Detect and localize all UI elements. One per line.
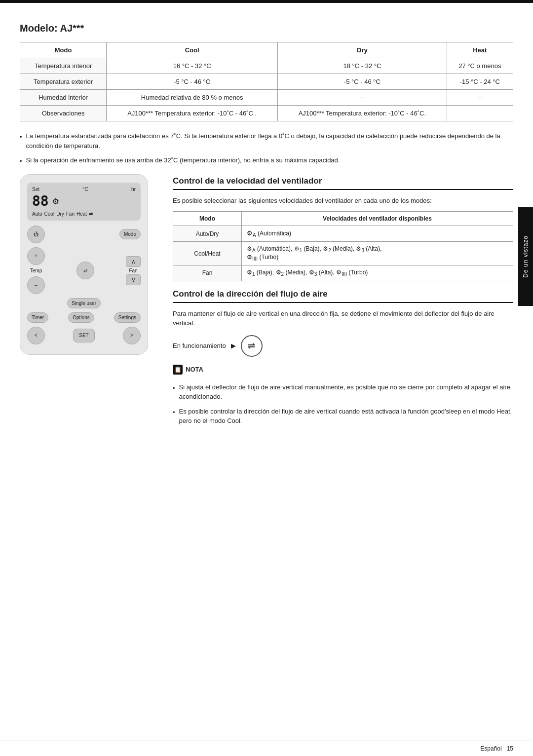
temp-plus-button[interactable]: +: [27, 247, 45, 265]
single-user-row: Single user: [27, 298, 141, 308]
col-header-heat: Heat: [447, 42, 513, 58]
airflow-section-header: Control de la dirección del flujo de air…: [173, 289, 513, 303]
single-user-button[interactable]: Single user: [67, 298, 101, 308]
row-heat: [447, 106, 513, 121]
table-row: Temperatura exterior -5 °C - 46 °C -5 °C…: [20, 74, 513, 90]
options-button[interactable]: Options: [68, 312, 94, 323]
fan-icon-turbo2: ⚙︎: [336, 269, 342, 276]
fan-down-button[interactable]: ∨: [126, 274, 141, 285]
row-label: Humedad interior: [20, 90, 107, 106]
settings-label: Settings: [118, 315, 136, 320]
row-dry: -5 °C - 46 °C: [278, 74, 447, 90]
spec-table: Modo Cool Dry Heat Temperatura interior …: [20, 42, 513, 121]
row-dry: AJ100*** Temperatura exterior: -10˚C - 4…: [278, 106, 447, 121]
row-heat: –: [447, 90, 513, 106]
timer-button[interactable]: Timer: [27, 312, 48, 323]
model-title: Modelo: AJ***: [20, 23, 513, 34]
fan-icon-high2: ⚙︎: [309, 269, 314, 276]
col-header-modo: Modo: [20, 42, 107, 58]
row-dry: –: [278, 90, 447, 106]
swing-icon: ⇌: [83, 268, 87, 273]
bottom-lang: Español: [480, 745, 501, 752]
fan-table-row: Cool/Heat ⚙︎A (Automática), ⚙︎1 (Baja), …: [173, 242, 513, 265]
top-bar: [0, 0, 533, 3]
bottom-bar: Español 15: [0, 741, 533, 756]
col-header-dry: Dry: [278, 42, 447, 58]
remote-control: Set °C hr 88 ⚙︎ Auto Cool Dry Fan: [20, 174, 148, 355]
fan-table-row: Fan ⚙︎1 (Baja), ⚙︎2 (Media), ⚙︎3 (Alta),…: [173, 265, 513, 281]
temp-label: Temp: [30, 268, 42, 273]
row-cool: AJ100*** Temperatura exterior: -10˚C - 4…: [107, 106, 278, 121]
right-sidebar: De un vistazo: [518, 207, 533, 306]
right-nav-button[interactable]: >: [123, 327, 141, 344]
col-header-cool: Cool: [107, 42, 278, 58]
nota-bullet-2: Es posible controlar la dirección del fl…: [179, 407, 513, 426]
row-cool: -5 °C - 46 °C: [107, 74, 278, 90]
fan-icon-high: ⚙︎: [356, 245, 361, 252]
fan-table-row: Auto/Dry ⚙︎A (Automática): [173, 226, 513, 242]
remote-nav-row: < SET >: [27, 327, 141, 344]
fan-mode-cool: Cool/Heat: [173, 242, 242, 265]
swing-symbol: ⇌: [248, 340, 255, 351]
fan-icon-auto: ⚙︎: [247, 229, 253, 237]
remote-dry-label: Dry: [56, 211, 64, 217]
temp-minus-button[interactable]: –: [27, 276, 45, 294]
fan-label-mid: Fan: [129, 268, 137, 273]
bullet-text: La temperatura estandarizada para calefa…: [26, 131, 513, 151]
up-arrow-icon: ∧: [131, 258, 136, 265]
fan-icon-turbo: ⚙︎: [247, 254, 252, 261]
left-nav-button[interactable]: <: [27, 327, 45, 344]
swing-button[interactable]: ⇌: [76, 262, 94, 279]
table-row: Temperatura interior 16 °C - 32 °C 18 °C…: [20, 58, 513, 74]
airflow-intro: Para mantener el flujo de aire vertical …: [173, 309, 513, 328]
fan-col-modo: Modo: [173, 212, 242, 226]
bullet-dot: •: [173, 383, 175, 393]
nota-section: 📋 NOTA • Si ajusta el deflector de flujo…: [173, 365, 513, 426]
bullet-dot: •: [20, 156, 22, 166]
remote-display-top: Set °C hr: [32, 187, 136, 192]
row-dry: 18 °C - 32 °C: [278, 58, 447, 74]
fan-updown-group: ∧ Fan ∨: [126, 256, 141, 285]
single-user-label: Single user: [72, 301, 96, 306]
down-arrow-icon: ∨: [131, 276, 136, 283]
row-label: Observaciones: [20, 106, 107, 121]
fan-icon-auto2: ⚙︎: [247, 245, 252, 252]
settings-button[interactable]: Settings: [114, 312, 141, 323]
swing-button-airflow[interactable]: ⇌: [241, 335, 263, 357]
right-col: Control de la velocidad del ventilador E…: [173, 174, 513, 434]
set-label: SET: [79, 333, 88, 338]
bullet-item: • Si la operación de enfriamiento se usa…: [20, 155, 513, 166]
fan-mode-auto: Auto/Dry: [173, 226, 242, 242]
row-heat: -15 °C - 24 °C: [447, 74, 513, 90]
row-label: Temperatura interior: [20, 58, 107, 74]
remote-row-2: + Temp – ⇌ ∧: [27, 247, 141, 294]
nota-bullet-1: Si ajusta el deflector de flujo de aire …: [179, 382, 513, 402]
mode-label: Mode: [124, 231, 136, 237]
fan-speed-table: Modo Velocidades del ventilador disponib…: [173, 211, 513, 281]
page: De un vistazo Modelo: AJ*** Modo Cool Dr…: [0, 0, 533, 756]
main-content: Modelo: AJ*** Modo Cool Dry Heat Tempera…: [0, 23, 533, 454]
remote-swing-display: ⇌: [89, 211, 93, 217]
remote-celsius: °C: [82, 187, 88, 192]
nota-header: 📋 NOTA: [173, 365, 513, 375]
fan-speeds-auto: ⚙︎A (Automática): [241, 226, 513, 242]
remote-set-label: Set: [32, 187, 39, 192]
row-cool: 16 °C - 32 °C: [107, 58, 278, 74]
sidebar-label: De un vistazo: [522, 235, 529, 278]
remote-auto-label: Auto: [32, 211, 42, 217]
power-button[interactable]: ⏻: [27, 226, 45, 243]
right-arrow-icon: >: [130, 333, 133, 338]
nota-title: NOTA: [186, 366, 203, 373]
bullet-dot: •: [20, 132, 22, 142]
mode-button[interactable]: Mode: [119, 229, 141, 239]
running-label: En funcionamiento: [173, 342, 226, 349]
nota-icon: 📋: [173, 365, 183, 375]
airflow-running-row: En funcionamiento ▶ ⇌: [173, 335, 513, 357]
remote-fan-label: Fan: [66, 211, 75, 217]
table-row: Observaciones AJ100*** Temperatura exter…: [20, 106, 513, 121]
bullet-section-top: • La temperatura estandarizada para cale…: [20, 131, 513, 166]
set-button[interactable]: SET: [73, 329, 95, 342]
fan-mode-fan: Fan: [173, 265, 242, 281]
fan-icon-med2: ⚙︎: [276, 269, 281, 276]
fan-up-button[interactable]: ∧: [126, 256, 141, 267]
